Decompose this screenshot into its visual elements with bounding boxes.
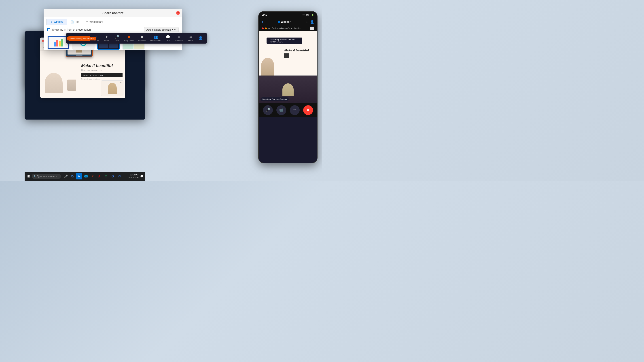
hero-person-image — [45, 73, 62, 93]
checkbox-label: Show me in front of presentation — [52, 28, 91, 31]
phone-speaking-text: Speaking: Barbara German — [262, 98, 287, 100]
share-tabs: 🖥 Window 📄 File ✏ Whiteboard — [44, 17, 182, 25]
show-me-checkbox[interactable] — [47, 28, 50, 31]
hero-headline: Make it beautiful — [81, 63, 122, 68]
checkbox-row: Show me in front of presentation Automat… — [44, 25, 182, 34]
phone-mute-button[interactable]: 🎤 — [263, 105, 273, 115]
optimize-button[interactable]: Automatically optimize ▾ ⚙ — [144, 27, 179, 32]
search-icon: 🔍 — [34, 175, 36, 178]
floating-video-drag-handle[interactable] — [76, 55, 82, 56]
phone-app-indicators: ✏ Barbara German's application ⬜ — [259, 26, 317, 31]
taskbar-notification-icon[interactable]: 💬 — [140, 175, 144, 178]
annotate-icon: ✏ — [178, 35, 181, 39]
person-icon[interactable]: 👤 — [310, 20, 314, 24]
windows-taskbar: ⊞ 🔍 Type here to search 🎤 ⧉ W 🌐 P A X G … — [24, 172, 145, 181]
tab-whiteboard[interactable]: ✏ Whiteboard — [83, 19, 107, 25]
bar-1 — [54, 42, 56, 46]
phone-app-name: Webex — [281, 20, 289, 23]
app-indicator-label: Barbara German's application — [272, 27, 309, 30]
taskbar-task-view[interactable]: ⧉ — [69, 173, 76, 179]
chat-toolbar-item[interactable]: 💬 Chat — [163, 34, 173, 43]
phone-end-call-button[interactable]: ✕ — [303, 105, 313, 115]
mute-label: Mute — [115, 39, 119, 42]
phone-video-button[interactable]: 📹 — [276, 105, 286, 115]
window-tab-icon: 🖥 — [50, 20, 53, 23]
signal-icon: ▪▪▪▪ — [302, 14, 305, 16]
phone-nav-bar: ‹ Webex › ⬡ 👤 — [259, 18, 317, 26]
phone-sq-color-swatch — [284, 53, 289, 58]
taskbar-date-text: 15/07/2020 — [128, 176, 138, 179]
phone-more-button[interactable]: ••• — [290, 105, 300, 115]
chat-label: Chat — [166, 39, 170, 42]
hero-product-image — [67, 79, 76, 91]
avatar-icon: 👤 — [198, 36, 203, 40]
photo-3 — [123, 43, 134, 49]
more-toolbar-item[interactable]: ••• More — [185, 34, 195, 43]
windows-start-button[interactable]: ⊞ — [26, 174, 31, 179]
pip-options-button[interactable]: ••• — [120, 81, 122, 84]
dialog-titlebar: Share content ✕ — [44, 9, 182, 17]
taskbar-chrome-app[interactable]: G — [110, 173, 116, 179]
optimize-dropdown-icon: ▾ — [172, 28, 173, 31]
taskbar-word-app[interactable]: W — [116, 173, 122, 179]
taskbar-mic-app[interactable]: 🎤 — [62, 173, 69, 179]
participants-label: Participants — [150, 39, 161, 42]
participants-toolbar-item[interactable]: 👥 Participants — [148, 34, 162, 43]
avatar-toolbar-item[interactable]: 👤 — [196, 35, 206, 41]
phone-share-icon[interactable]: ⬜ — [310, 26, 314, 30]
share-toolbar-item[interactable]: ⬆ Share — [102, 34, 112, 43]
optimize-settings-icon: ⚙ — [174, 28, 176, 31]
tab-window[interactable]: 🖥 Window — [46, 19, 67, 25]
photo-4 — [134, 43, 144, 49]
screen1-preview-inner — [48, 37, 68, 48]
taskbar-webex-app[interactable]: W — [76, 173, 82, 179]
speaker-arrow-icon: › — [269, 39, 270, 42]
taskbar-acrobat-app[interactable]: A — [96, 173, 102, 179]
hero-subline: Make your own website. — [81, 69, 122, 71]
phone-sq-person-image — [261, 58, 274, 75]
dialog-close-button[interactable]: ✕ — [176, 11, 180, 15]
phone-video-avatar — [282, 83, 294, 96]
bluetooth-icon[interactable]: ⬡ — [306, 20, 308, 24]
ppt-slide-4 — [109, 44, 118, 48]
share-icon: ⬆ — [105, 35, 108, 39]
free-trial-button[interactable]: START A FREE TRIAL — [81, 73, 122, 77]
taskbar-edge-app[interactable]: 🌐 — [83, 173, 89, 179]
optimize-label: Automatically optimize — [146, 28, 171, 31]
sharing-banner: You're sharing your browser — [67, 37, 96, 40]
whiteboard-tab-label: Whiteboard — [90, 20, 103, 23]
speaker-indicator-overlay: › Speaking: Barbara German, SHN7-17-AP..… — [266, 37, 302, 44]
phone-time: 9:41 — [262, 13, 267, 16]
mini-chart — [48, 37, 68, 48]
more-icon: ••• — [188, 35, 192, 39]
whiteboard-tab-icon: ✏ — [86, 20, 88, 23]
share-label: Share — [104, 39, 109, 42]
ppt-slide-3 — [98, 44, 108, 48]
taskbar-excel-app[interactable]: X — [103, 173, 109, 179]
annotate-toolbar-item[interactable]: ✏ Annotate — [173, 34, 185, 43]
stop-video-icon: ⏺ — [127, 35, 131, 39]
file-tab-label: File — [75, 20, 79, 23]
indicator-dot-orange — [265, 27, 267, 29]
hero-headline-italic: beautiful — [96, 63, 113, 68]
taskbar-time-text: 02:12 PM — [128, 173, 138, 176]
more-label: More — [188, 39, 193, 42]
stop-video-toolbar-item[interactable]: ⏺ Stop Video — [122, 34, 136, 43]
webex-app-dot — [278, 21, 280, 23]
taskbar-app-icons: 🎤 ⧉ W 🌐 P A X G W — [62, 173, 122, 179]
phone-speaking-badge: Speaking: Barbara German — [260, 97, 289, 101]
tab-file[interactable]: 📄 File — [67, 19, 83, 25]
file-tab-icon: 📄 — [71, 20, 74, 23]
pip-video-thumbnail: ••• — [101, 80, 124, 96]
phone-status-icons: ▪▪▪▪ WiFi 🔋 — [302, 14, 314, 16]
bar-2 — [56, 40, 58, 46]
mute-toolbar-item[interactable]: 🎤 Mute — [112, 34, 122, 43]
wifi-icon: WiFi — [306, 14, 310, 16]
annotate-label: Annotate — [175, 39, 183, 42]
phone-bottom-controls: 🎤 📹 ••• ✕ — [259, 103, 317, 117]
dialog-title: Share content — [46, 11, 180, 15]
recorder-toolbar-item[interactable]: ⏺ Recorder — [136, 34, 148, 43]
taskbar-ppt-app[interactable]: P — [90, 173, 96, 179]
windows-search-bar[interactable]: 🔍 Type here to search — [32, 174, 61, 179]
participants-icon: 👥 — [154, 35, 158, 39]
